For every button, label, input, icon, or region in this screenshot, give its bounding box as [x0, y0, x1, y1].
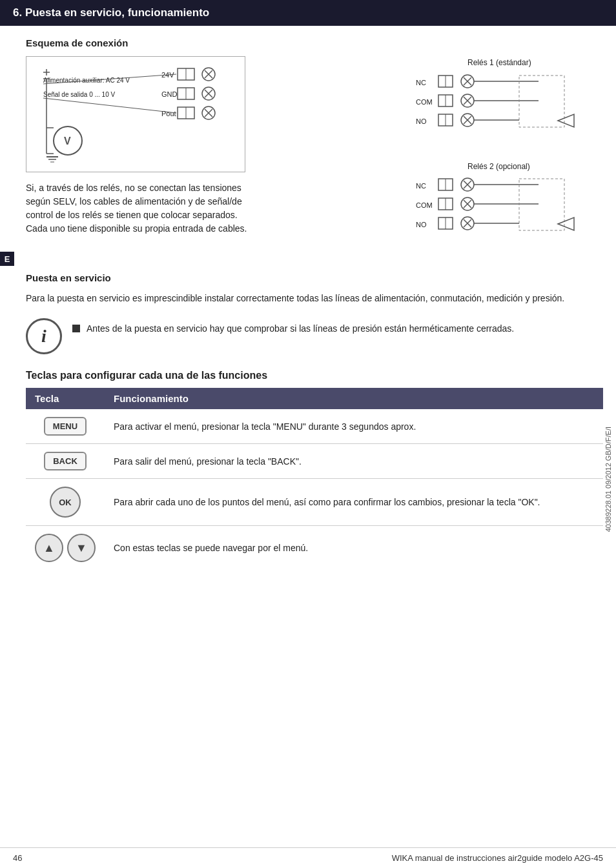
key-cell-ok: OK [26, 479, 105, 526]
svg-text:GND: GND [161, 90, 178, 98]
svg-text:NC: NC [416, 79, 426, 86]
esquema-heading: Esquema de conexión [26, 37, 603, 48]
svg-rect-77 [519, 179, 564, 230]
bullet-square [72, 325, 80, 332]
page-number: 46 [13, 853, 22, 863]
svg-text:COM: COM [416, 201, 433, 209]
svg-text:Relés 2 (opcional): Relés 2 (opcional) [467, 162, 530, 171]
puesta-text: Para la puesta en servicio es imprescind… [26, 291, 603, 305]
e-label: E [0, 252, 14, 266]
svg-text:NC: NC [416, 182, 426, 190]
back-key-button[interactable]: BACK [44, 452, 87, 470]
svg-marker-84 [558, 217, 574, 230]
side-label-text: 40389228.01 09/2012 GB/D/F/E/I [604, 427, 612, 532]
info-icon: i [26, 318, 62, 354]
puesta-heading: Puesta en servicio [26, 272, 603, 283]
arrow-keys-container: ▲ ▼ [35, 534, 96, 562]
func-cell-back: Para salir del menú, presionar la tecla … [105, 444, 603, 479]
key-cell-menu: MENU [26, 409, 105, 444]
ok-key-button[interactable]: OK [50, 487, 81, 518]
body-text: Si, a través de los relés, no se conecta… [26, 181, 258, 236]
func-cell-arrows: Con estas teclas se puede navegar por el… [105, 526, 603, 570]
left-circuit-diagram: 24V GND Pout [26, 56, 245, 172]
teclas-heading: Teclas para configurar cada una de las f… [26, 370, 603, 381]
col-header-tecla: Tecla [26, 388, 105, 409]
menu-key-button[interactable]: MENU [44, 417, 87, 436]
svg-marker-58 [558, 114, 574, 127]
down-arrow-button[interactable]: ▼ [67, 534, 96, 562]
svg-text:Pout: Pout [161, 110, 176, 117]
info-note: i Antes de la puesta en servicio hay que… [26, 318, 603, 354]
right-relay-diagram: Relés 1 (estándar) NC COM NO [409, 56, 603, 258]
table-row: BACK Para salir del menú, presionar la t… [26, 444, 603, 479]
table-row: ▲ ▼ Con estas teclas se puede navegar po… [26, 526, 603, 570]
svg-text:NO: NO [416, 221, 427, 228]
footer-text: WIKA manual de instrucciones air2guide m… [392, 853, 603, 863]
table-row: OK Para abrir cada uno de los puntos del… [26, 479, 603, 526]
func-cell-menu: Para activar el menú, presionar la tecla… [105, 409, 603, 444]
svg-line-21 [43, 98, 176, 113]
svg-text:NO: NO [416, 117, 427, 125]
page-footer: 46 WIKA manual de instrucciones air2guid… [0, 847, 616, 868]
col-header-func: Funcionamiento [105, 388, 603, 409]
svg-text:Señal de salida 0 ... 10 V: Señal de salida 0 ... 10 V [43, 91, 116, 98]
up-arrow-button[interactable]: ▲ [35, 534, 63, 562]
function-table: Tecla Funcionamiento MENU Para activar e… [26, 388, 603, 570]
table-row: MENU Para activar el menú, presionar la … [26, 409, 603, 444]
key-cell-back: BACK [26, 444, 105, 479]
svg-rect-51 [519, 76, 564, 127]
func-cell-ok: Para abrir cada uno de los puntos del me… [105, 479, 603, 526]
key-cell-arrows: ▲ ▼ [26, 526, 105, 570]
section-title: 6. Puesta en servicio, funcionamiento [0, 0, 616, 26]
svg-text:Relés 1 (estándar): Relés 1 (estándar) [467, 58, 531, 67]
svg-text:V: V [64, 136, 71, 146]
info-note-text: Antes de la puesta en servicio hay que c… [87, 322, 514, 336]
svg-text:COM: COM [416, 98, 433, 106]
side-label-wrapper: 40389228.01 09/2012 GB/D/F/E/I [602, 129, 615, 829]
